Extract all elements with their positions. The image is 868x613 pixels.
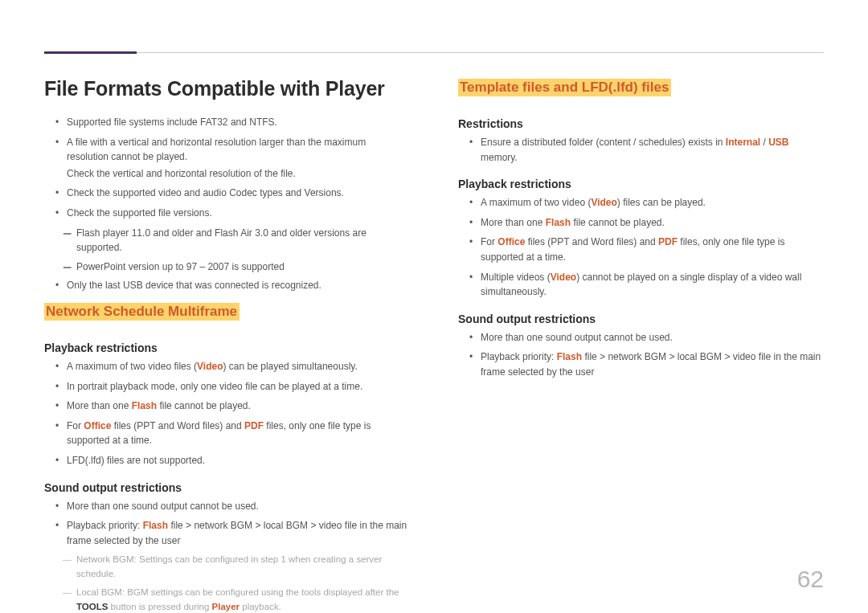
section-heading-template: Template files and LFD(.lfd) files [458,79,671,96]
left-column: File Formats Compatible with Player Supp… [44,77,410,613]
list-item: For Office files (PPT and Word files) an… [458,235,824,264]
restrictions-bullets: Ensure a distributed folder (content / s… [458,135,824,165]
right-column: Template files and LFD(.lfd) files Restr… [458,77,824,613]
list-item: Check the supported video and audio Code… [44,186,410,201]
subheading-sound-left: Sound output restrictions [44,481,410,494]
list-item: Playback priority: Flash file > network … [458,349,824,379]
list-item: More than one sound output cannot be use… [458,330,824,345]
sub-note-item: Network BGM: Settings can be configured … [44,553,410,582]
header-rule [44,52,824,53]
subheading-sound-right: Sound output restrictions [458,313,824,325]
subheading-restrictions: Restrictions [458,117,824,130]
subheading-playback-left: Playback restrictions [44,341,410,354]
header-accent [44,51,137,54]
list-item: LFD(.lfd) files are not supported. [44,453,410,468]
intro-bullets: Supported file systems include FAT32 and… [44,115,410,293]
list-item: Playback priority: Flash file > network … [44,518,410,548]
sound-bullets-left: More than one sound output cannot be use… [44,499,410,614]
content-columns: File Formats Compatible with Player Supp… [44,77,824,613]
list-item: Multiple videos (Video) cannot be played… [458,270,824,300]
section-heading-network: Network Schedule Multiframe [44,303,240,321]
page-number: 62 [797,566,824,593]
list-item: Check the supported file versions. [44,206,410,221]
playback-bullets-right: A maximum of two video (Video) files can… [458,195,824,300]
list-item: More than one Flash file cannot be playe… [44,398,410,414]
playback-bullets-left: A maximum of two video files (Video) can… [44,359,410,468]
sound-bullets-right: More than one sound output cannot be use… [458,330,824,380]
list-item: More than one sound output cannot be use… [44,499,410,514]
list-item: In portrait playback mode, only one vide… [44,379,410,394]
subheading-playback-right: Playback restrictions [458,178,824,190]
list-item: Ensure a distributed folder (content / s… [458,135,824,165]
list-item: Supported file systems include FAT32 and… [44,115,410,130]
sublist-item: Flash player 11.0 and older and Flash Ai… [44,226,410,255]
list-item: A maximum of two video (Video) files can… [458,195,824,210]
list-item: A maximum of two video files (Video) can… [44,359,410,374]
sublist-item: PowerPoint version up to 97 – 2007 is su… [44,260,410,275]
sub-note-item: Local BGM: BGM settings can be configure… [44,586,410,613]
list-continuation: Check the vertical and horizontal resolu… [44,166,410,182]
page-title: File Formats Compatible with Player [44,77,410,100]
list-item: For Office files (PPT and Word files) an… [44,419,410,448]
list-item: A file with a vertical and horizontal re… [44,135,410,165]
list-item: More than one Flash file cannot be playe… [458,215,824,231]
list-item: Only the last USB device that was connec… [44,278,410,293]
